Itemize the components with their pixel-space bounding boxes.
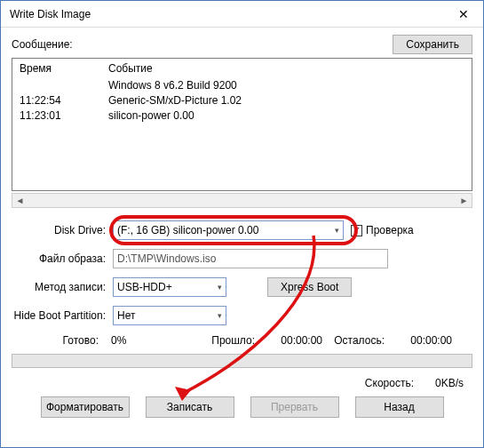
log-row: Windows 8 v6.2 Build 9200 <box>20 78 464 93</box>
write-method-label: Метод записи: <box>12 281 113 293</box>
disk-drive-select[interactable]: (F:, 16 GB) silicon-power 0.00 ▾ <box>113 220 344 240</box>
chevron-down-icon: ▾ <box>335 226 339 235</box>
write-method-select[interactable]: USB-HDD+ ▾ <box>113 277 226 297</box>
speed-label: Скорость: <box>365 377 414 389</box>
window-title: Write Disk Image <box>1 8 443 20</box>
verify-label: Проверка <box>366 224 414 236</box>
log-row: 11:22:54 Generic-SM/xD-Picture 1.02 <box>20 93 464 108</box>
scroll-right-icon[interactable]: ► <box>456 194 472 207</box>
message-label: Сообщение: <box>12 38 393 51</box>
close-icon[interactable]: ✕ <box>443 1 483 28</box>
remaining-label: Осталось: <box>328 334 385 347</box>
scroll-left-icon[interactable]: ◄ <box>12 194 28 207</box>
write-button[interactable]: Записать <box>146 396 234 418</box>
log-header-time: Время <box>20 62 108 75</box>
format-button[interactable]: Форматировать <box>41 396 130 418</box>
progress-bar <box>12 354 472 368</box>
remaining-value: 00:00:00 <box>390 334 452 347</box>
speed-value: 0KB/s <box>435 377 464 389</box>
back-button[interactable]: Назад <box>355 396 444 418</box>
ready-value: 0% <box>111 334 191 347</box>
elapsed-value: 00:00:00 <box>260 334 322 347</box>
log-row: 11:23:01 silicon-power 0.00 <box>20 108 464 124</box>
disk-drive-label: Disk Drive: <box>12 224 113 236</box>
image-file-input[interactable]: D:\TMP\Windows.iso <box>113 249 388 268</box>
elapsed-label: Прошло: <box>196 334 255 347</box>
log-header-event: Событие <box>108 62 464 75</box>
write-disk-image-window: Write Disk Image ✕ Сообщение: Сохранить … <box>0 0 484 448</box>
abort-button: Прервать <box>250 396 339 418</box>
log-box: Время Событие Windows 8 v6.2 Build 9200 … <box>12 58 472 191</box>
ready-label: Готово: <box>12 334 106 347</box>
hide-boot-label: Hide Boot Partition: <box>12 309 113 322</box>
save-button[interactable]: Сохранить <box>393 35 472 54</box>
chevron-down-icon: ▾ <box>218 283 222 292</box>
xpress-boot-button[interactable]: Xpress Boot <box>267 277 352 297</box>
verify-checkbox[interactable]: ✓ <box>351 225 362 236</box>
chevron-down-icon: ▾ <box>218 311 222 320</box>
hide-boot-select[interactable]: Нет ▾ <box>113 306 226 325</box>
titlebar: Write Disk Image ✕ <box>1 1 483 28</box>
image-file-label: Файл образа: <box>12 252 113 265</box>
horizontal-scrollbar[interactable]: ◄ ► <box>12 193 472 208</box>
